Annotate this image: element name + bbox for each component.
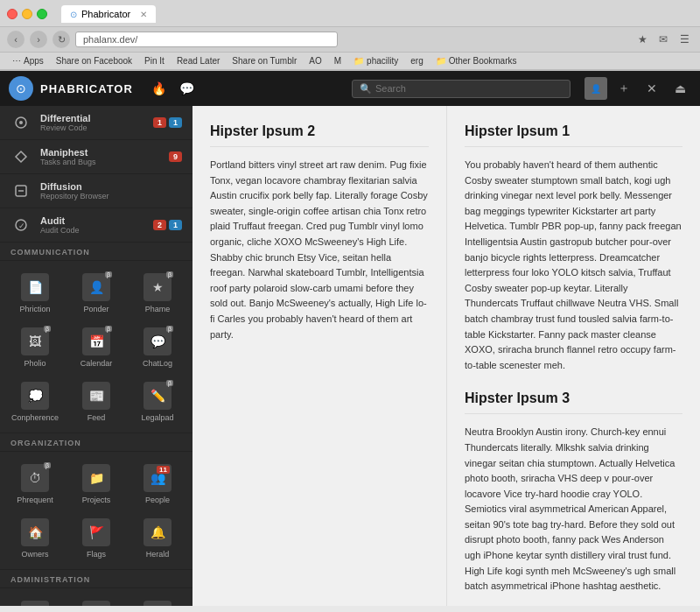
organization-grid: β ⏱ Phrequent 📁 Projects 11 👥 Peopl: [0, 452, 192, 570]
calendar-icon: β 📅: [82, 327, 110, 355]
legalpad-beta: β: [166, 380, 173, 386]
avatar[interactable]: 👤: [584, 77, 607, 100]
sidebar-item-chatlog[interactable]: β 💬 ChatLog: [128, 320, 187, 373]
sidebar-item-herald[interactable]: 🔔 Herald: [128, 511, 187, 564]
maniphest-icon: [10, 146, 32, 167]
browser-tab[interactable]: ⊙ Phabricator ✕: [61, 5, 156, 23]
content-column-left: Hipster Ipsum 2 Portland bitters vinyl s…: [192, 106, 446, 606]
sidebar-item-projects[interactable]: 📁 Projects: [66, 457, 126, 510]
logout-icon[interactable]: ⏏: [668, 77, 691, 100]
pholio-label: Pholio: [24, 359, 46, 368]
browser-chrome: ⊙ Phabricator ✕ ‹ › ↻ phalanx.dev/ ★ ✉ ☰…: [0, 0, 700, 71]
ponder-icon: β 👤: [82, 273, 110, 301]
differential-badge1: 1: [153, 117, 166, 128]
sidebar-item-admin3[interactable]: 📊: [128, 594, 187, 606]
content-area: Hipster Ipsum 2 Portland bitters vinyl s…: [192, 106, 700, 606]
mail-icon[interactable]: ✉: [654, 31, 672, 48]
sidebar-item-phame[interactable]: β ★ Phame: [128, 266, 187, 319]
sidebar-item-maniphest[interactable]: Maniphest Tasks and Bugs 9: [0, 140, 192, 174]
header-icons: 🔥 💬: [147, 76, 200, 101]
menu-icon[interactable]: ☰: [676, 31, 693, 48]
admin2-icon: 🗑: [82, 601, 110, 606]
hipster-ipsum-3-card: Hipster Ipsum 3 Neutra Brooklyn Austin i…: [465, 390, 682, 594]
admin1-icon: ⚙️: [21, 601, 49, 606]
hipster-ipsum-1-body: You probably haven't heard of them authe…: [465, 158, 682, 373]
organization-section-label: ORGANIZATION: [0, 433, 192, 452]
minimize-button[interactable]: [22, 9, 32, 19]
search-input[interactable]: [375, 83, 563, 94]
legalpad-icon: β ✏️: [144, 382, 172, 410]
bookmark-tumblr[interactable]: Share on Tumblr: [227, 54, 302, 67]
hipster-ipsum-3-title: Hipster Ipsum 3: [465, 390, 682, 414]
sidebar-item-conpherence[interactable]: 💭 Conpherence: [5, 375, 65, 427]
diffusion-content: Diffusion Repository Browser: [40, 181, 182, 200]
sidebar-item-phriction[interactable]: 📄 Phriction: [5, 266, 65, 319]
diffusion-subtitle: Repository Browser: [40, 192, 182, 200]
sidebar-item-pholio[interactable]: β 🖼 Pholio: [5, 320, 65, 373]
bookmark-other[interactable]: 📁 Other Bookmarks: [430, 54, 522, 67]
settings-icon[interactable]: ✕: [640, 77, 663, 100]
bookmarks-bar: ⋯ Apps Share on Facebook Pin It Read Lat…: [0, 53, 700, 70]
bookmark-erg[interactable]: erg: [405, 54, 428, 67]
maniphest-content: Maniphest Tasks and Bugs: [40, 147, 160, 166]
sidebar-item-diffusion[interactable]: Diffusion Repository Browser: [0, 174, 192, 208]
hipster-ipsum-1-card: Hipster Ipsum 1 You probably haven't hea…: [465, 123, 682, 373]
sidebar-item-admin1[interactable]: ⚙️: [5, 594, 65, 606]
phriction-label: Phriction: [19, 305, 50, 313]
forward-button[interactable]: ›: [30, 31, 47, 48]
sidebar-item-admin2[interactable]: 🗑: [66, 594, 126, 606]
herald-icon: 🔔: [144, 518, 172, 546]
audit-content: Audit Audit Code: [40, 215, 144, 235]
sidebar-item-differential[interactable]: Differential Review Code 1 1: [0, 106, 192, 140]
administration-section-label: ADMINISTRATION: [0, 570, 192, 588]
conpherence-icon: 💭: [21, 382, 49, 410]
search-bar[interactable]: 🔍: [352, 80, 570, 98]
hipster-ipsum-3-body: Neutra Brooklyn Austin irony. Church-key…: [465, 425, 682, 594]
plus-icon[interactable]: ＋: [612, 77, 635, 100]
traffic-lights: [7, 9, 47, 19]
sidebar-item-calendar[interactable]: β 📅 Calendar: [66, 320, 126, 373]
bookmark-apps[interactable]: ⋯ Apps: [7, 54, 49, 67]
bookmark-readlater[interactable]: Read Later: [172, 54, 225, 67]
sidebar-item-flags[interactable]: 🚩 Flags: [66, 511, 126, 564]
diffusion-icon: [10, 180, 32, 201]
maniphest-subtitle: Tasks and Bugs: [40, 158, 160, 166]
audit-subtitle: Audit Code: [40, 226, 144, 235]
address-bar[interactable]: phalanx.dev/: [75, 32, 338, 47]
bookmark-phacility[interactable]: 📁 phacility: [348, 54, 403, 67]
sidebar-item-audit[interactable]: ✓ Audit Audit Code 2 1: [0, 208, 192, 243]
chatlog-label: ChatLog: [143, 359, 172, 368]
main-layout: Differential Review Code 1 1 Maniphest T…: [0, 106, 700, 606]
content-inner: Hipster Ipsum 2 Portland bitters vinyl s…: [192, 106, 700, 606]
bookmark-m[interactable]: M: [329, 54, 346, 67]
browser-titlebar: ⊙ Phabricator ✕: [0, 0, 700, 26]
fire-icon[interactable]: 🔥: [147, 76, 172, 101]
bookmark-pinit[interactable]: Pin It: [139, 54, 170, 67]
sidebar-item-legalpad[interactable]: β ✏️ Legalpad: [128, 375, 187, 427]
tab-close-button[interactable]: ✕: [140, 10, 147, 19]
sidebar-item-people[interactable]: 11 👥 People: [128, 457, 187, 510]
sidebar-item-phrequent[interactable]: β ⏱ Phrequent: [5, 457, 65, 510]
app-logo: PHABRICATOR: [40, 82, 133, 95]
differential-content: Differential Review Code: [40, 113, 144, 132]
close-button[interactable]: [7, 9, 18, 19]
admin3-icon: 📊: [144, 601, 172, 606]
phriction-icon: 📄: [21, 273, 49, 301]
differential-icon: [10, 112, 32, 133]
maximize-button[interactable]: [37, 9, 47, 19]
differential-badge2: 1: [169, 117, 182, 128]
sidebar-item-ponder[interactable]: β 👤 Ponder: [66, 266, 126, 319]
refresh-button[interactable]: ↻: [52, 31, 70, 48]
bookmark-facebook[interactable]: Share on Facebook: [51, 54, 137, 67]
sidebar-item-owners[interactable]: 🏠 Owners: [5, 511, 65, 564]
bookmark-ao[interactable]: AO: [304, 54, 326, 67]
sidebar-item-feed[interactable]: 📰 Feed: [66, 375, 126, 427]
administration-grid: ⚙️ 🗑 📊: [0, 588, 192, 606]
back-button[interactable]: ‹: [7, 31, 24, 48]
legalpad-label: Legalpad: [141, 413, 173, 422]
herald-label: Herald: [146, 550, 170, 559]
pholio-beta: β: [44, 326, 51, 332]
svg-text:✓: ✓: [18, 222, 25, 230]
message-icon[interactable]: 💬: [175, 76, 200, 101]
star-icon[interactable]: ★: [634, 31, 651, 48]
